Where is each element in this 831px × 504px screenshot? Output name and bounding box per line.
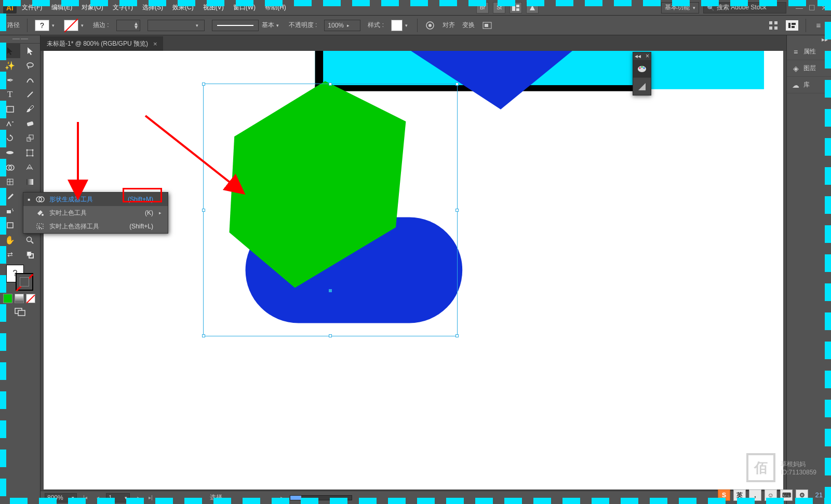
status-play-button[interactable]: ▸ bbox=[277, 494, 286, 502]
transform-label[interactable]: 变换 bbox=[462, 21, 475, 30]
selection-bounding-box[interactable] bbox=[203, 84, 458, 336]
align-to-button[interactable] bbox=[786, 20, 798, 31]
screen-mode-button[interactable] bbox=[0, 304, 40, 320]
brush-definition[interactable] bbox=[212, 20, 259, 31]
type-tool[interactable]: T bbox=[0, 87, 20, 102]
color-mode-none[interactable] bbox=[26, 294, 35, 303]
ime-lang-button[interactable]: 英 bbox=[733, 489, 746, 501]
menu-view[interactable]: 视图(V) bbox=[199, 1, 228, 14]
stroke-weight-input[interactable]: ▴▾ bbox=[116, 20, 140, 31]
menu-select[interactable]: 选择(S) bbox=[138, 1, 167, 14]
grid-options-icon[interactable] bbox=[768, 20, 779, 31]
graphic-style-dropdown[interactable]: ▾ bbox=[403, 20, 410, 31]
window-close-button[interactable]: ✕ bbox=[821, 4, 828, 11]
flyout-live-paint-selection-tool[interactable]: 实时上色选择工具 (Shift+L) bbox=[23, 220, 168, 233]
bridge-button[interactable]: Br bbox=[476, 2, 489, 13]
flyout-shape-builder-tool[interactable]: ■ 形状生成器工具 (Shift+M) bbox=[23, 193, 168, 206]
variable-width-profile[interactable]: ▾ bbox=[148, 20, 205, 31]
line-segment-tool[interactable] bbox=[20, 87, 41, 102]
artboard-nav-select[interactable]: 1▾ bbox=[106, 493, 130, 502]
lasso-tool[interactable] bbox=[20, 58, 41, 73]
search-stock-input[interactable]: 🔍 搜索 Adobe Stock bbox=[703, 2, 786, 13]
rotate-tool[interactable] bbox=[0, 131, 20, 145]
ime-logo-button[interactable]: S bbox=[718, 489, 730, 501]
window-minimize-button[interactable]: ― bbox=[796, 4, 803, 11]
menu-file[interactable]: 文件(F) bbox=[18, 1, 46, 14]
expand-dock-icon[interactable]: ▸▸ bbox=[822, 36, 828, 43]
window-maximize-button[interactable]: ☐ bbox=[808, 4, 815, 11]
scale-tool[interactable] bbox=[20, 131, 41, 145]
canvas-viewport[interactable]: ◂◂× 800%▾ |◂ ◂ bbox=[41, 51, 786, 504]
gradient-tool[interactable] bbox=[20, 174, 41, 189]
graphic-style-swatch[interactable] bbox=[391, 20, 403, 31]
symbol-sprayer-tool[interactable] bbox=[0, 203, 20, 218]
document-tab[interactable]: 未标题-1* @ 800% (RGB/GPU 预览) × bbox=[41, 36, 163, 51]
close-tab-button[interactable]: × bbox=[153, 40, 157, 48]
zoom-level-select[interactable]: 800%▾ bbox=[45, 493, 77, 502]
prev-artboard-button[interactable]: ◂ bbox=[93, 494, 102, 502]
artboard[interactable]: ◂◂× bbox=[44, 51, 783, 489]
perspective-grid-tool[interactable] bbox=[20, 160, 41, 174]
flyout-live-paint-bucket-tool[interactable]: 实时上色工具 (K) ▸ bbox=[23, 206, 168, 220]
selection-tool[interactable] bbox=[0, 44, 20, 58]
width-tool[interactable] bbox=[0, 145, 20, 160]
properties-panel-tab[interactable]: ≡ 属性 bbox=[787, 44, 831, 60]
default-fill-stroke-tool[interactable] bbox=[20, 247, 41, 262]
toggle-fill-stroke-tool[interactable]: ⇄ bbox=[0, 247, 20, 262]
zoom-tool[interactable] bbox=[20, 233, 41, 247]
opacity-input[interactable]: 100%▸ bbox=[324, 20, 360, 31]
ime-settings-button[interactable]: ⚙ bbox=[796, 489, 808, 501]
workspace-switcher[interactable]: 基本功能▾ bbox=[661, 2, 699, 13]
mesh-tool[interactable] bbox=[0, 174, 20, 189]
hand-tool[interactable]: ✋ bbox=[0, 233, 20, 247]
color-mode-color[interactable] bbox=[3, 294, 12, 303]
color-panel-icon[interactable] bbox=[633, 60, 651, 77]
stroke-dropdown[interactable]: ▾ bbox=[78, 20, 86, 31]
stock-button[interactable]: St bbox=[493, 2, 505, 13]
workspace-label: 基本功能 bbox=[665, 3, 690, 12]
menu-edit[interactable]: 编辑(E) bbox=[47, 1, 76, 14]
ime-keyboard-button[interactable]: ⌨ bbox=[780, 489, 793, 501]
fill-dropdown[interactable]: ▾ bbox=[49, 20, 57, 31]
floating-panel[interactable]: ◂◂× bbox=[633, 52, 651, 96]
shape-builder-tool[interactable] bbox=[0, 160, 20, 174]
pen-tool[interactable]: ✒ bbox=[0, 73, 20, 87]
free-transform-tool[interactable] bbox=[20, 145, 41, 160]
next-artboard-button[interactable]: ▸ bbox=[134, 494, 142, 502]
layers-panel-tab[interactable]: ◈ 图层 bbox=[787, 60, 831, 77]
status-progress bbox=[290, 495, 352, 500]
direct-selection-tool[interactable] bbox=[20, 44, 41, 58]
ime-emoji-button[interactable]: ☺ bbox=[765, 489, 777, 501]
magic-wand-tool[interactable]: ✨ bbox=[0, 58, 20, 73]
paintbrush-tool[interactable]: 🖌 bbox=[20, 102, 41, 116]
control-bar-menu-icon[interactable]: ≡ bbox=[813, 20, 824, 31]
gpu-button[interactable] bbox=[526, 2, 539, 13]
brush-dropdown[interactable]: ▾ bbox=[274, 20, 282, 31]
shaper-tool[interactable] bbox=[0, 116, 20, 131]
eraser-tool[interactable] bbox=[20, 116, 41, 131]
eyedropper-tool[interactable] bbox=[0, 189, 20, 203]
ime-punct-button[interactable]: , bbox=[749, 489, 761, 501]
menu-window[interactable]: 窗口(W) bbox=[229, 1, 260, 14]
menu-type[interactable]: 文字(T) bbox=[109, 1, 137, 14]
isolate-button[interactable] bbox=[482, 20, 492, 31]
menu-help[interactable]: 帮助(H) bbox=[261, 1, 290, 14]
color-mode-gradient[interactable] bbox=[15, 294, 24, 303]
align-label[interactable]: 对齐 bbox=[443, 21, 455, 30]
menu-object[interactable]: 对象(O) bbox=[77, 1, 107, 14]
stroke-swatch[interactable] bbox=[64, 20, 78, 31]
arrange-docs-button[interactable] bbox=[510, 2, 522, 13]
last-artboard-button[interactable]: ▸| bbox=[146, 494, 155, 502]
libraries-panel-tab[interactable]: ☁ 库 bbox=[787, 77, 831, 93]
fill-swatch[interactable]: ? bbox=[35, 20, 49, 31]
menu-effect[interactable]: 效果(C) bbox=[168, 1, 198, 14]
curvature-tool[interactable] bbox=[20, 73, 41, 87]
fill-stroke-indicator[interactable]: ? bbox=[0, 262, 40, 293]
artboard-tool[interactable] bbox=[0, 218, 20, 233]
rectangle-tool[interactable] bbox=[0, 102, 20, 116]
swatches-panel-icon[interactable] bbox=[633, 77, 651, 95]
first-artboard-button[interactable]: |◂ bbox=[81, 494, 89, 502]
recolor-artwork-button[interactable] bbox=[425, 20, 435, 31]
panel-collapse-icon[interactable]: ◂◂ bbox=[635, 52, 641, 60]
panel-close-icon[interactable]: × bbox=[646, 52, 649, 60]
